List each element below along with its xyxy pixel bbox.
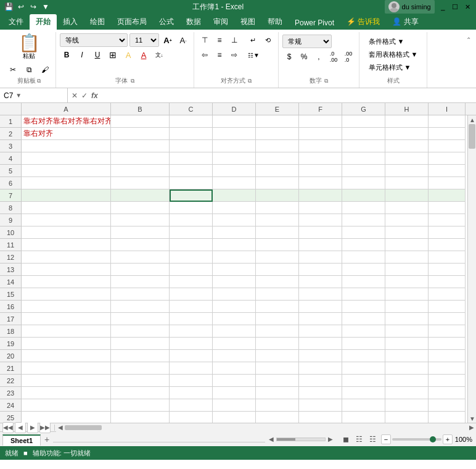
cell-A18[interactable] — [22, 325, 111, 338]
cell-B18[interactable] — [111, 325, 170, 338]
zoom-out-button[interactable]: − — [381, 434, 391, 444]
save-button[interactable]: 💾 — [2, 1, 15, 13]
comma-button[interactable]: , — [312, 50, 326, 64]
tab-home[interactable]: 开始 — [30, 14, 57, 30]
cell-I21[interactable] — [429, 362, 466, 375]
cell-A15[interactable] — [22, 288, 111, 301]
cell-A20[interactable] — [22, 350, 111, 362]
cell-A14[interactable] — [22, 276, 111, 288]
cell-E14[interactable] — [256, 276, 299, 288]
cell-B2[interactable] — [111, 128, 170, 140]
cell-C13[interactable] — [170, 264, 213, 276]
cell-H11[interactable] — [385, 239, 429, 251]
cell-D3[interactable] — [213, 140, 256, 152]
cell-B1[interactable] — [111, 115, 170, 128]
cell-I16[interactable] — [429, 301, 466, 313]
cell-A8[interactable] — [22, 202, 111, 214]
number-dialog-btn[interactable]: ⧉ — [324, 78, 328, 84]
cell-C19[interactable] — [170, 338, 213, 350]
zoom-thumb[interactable] — [430, 436, 436, 442]
align-dialog-btn[interactable]: ⧉ — [248, 78, 252, 84]
cell-E7[interactable] — [256, 189, 299, 202]
cell-G6[interactable] — [342, 177, 385, 189]
col-header-G[interactable]: G — [342, 103, 385, 115]
cell-G4[interactable] — [342, 152, 385, 165]
cell-F3[interactable] — [299, 140, 342, 152]
cell-I6[interactable] — [429, 177, 466, 189]
cell-I19[interactable] — [429, 338, 466, 350]
cell-E16[interactable] — [256, 301, 299, 313]
cell-G16[interactable] — [342, 301, 385, 313]
cell-A3[interactable] — [22, 140, 111, 152]
tab-tell-me[interactable]: ⚡ 告诉我 — [340, 14, 386, 30]
cell-E21[interactable] — [256, 362, 299, 375]
add-sheet-button[interactable]: + — [41, 433, 53, 446]
cell-B23[interactable] — [111, 387, 170, 399]
cell-G14[interactable] — [342, 276, 385, 288]
cell-H17[interactable] — [385, 313, 429, 325]
cell-H6[interactable] — [385, 177, 429, 189]
cell-A23[interactable] — [22, 387, 111, 399]
cell-style-button[interactable]: 单元格样式 ▼ — [365, 62, 422, 73]
cell-E20[interactable] — [256, 350, 299, 362]
cell-H23[interactable] — [385, 387, 429, 399]
cell-D25[interactable] — [213, 412, 256, 423]
paste-button[interactable]: 📋 粘贴 — [16, 33, 43, 62]
cell-D13[interactable] — [213, 264, 256, 276]
row-header-22[interactable]: 22 — [0, 375, 21, 387]
name-box-dropdown[interactable]: ▼ — [15, 92, 22, 99]
cell-H12[interactable] — [385, 251, 429, 264]
cell-B15[interactable] — [111, 288, 170, 301]
cell-G5[interactable] — [342, 165, 385, 177]
cell-G19[interactable] — [342, 338, 385, 350]
cell-E19[interactable] — [256, 338, 299, 350]
text-direction-button[interactable]: ⟲ — [261, 33, 274, 47]
cell-H13[interactable] — [385, 264, 429, 276]
row-header-2[interactable]: 2 — [0, 128, 21, 140]
close-button[interactable]: ✕ — [461, 1, 474, 13]
cell-F5[interactable] — [299, 165, 342, 177]
cell-I14[interactable] — [429, 276, 466, 288]
cell-A24[interactable] — [22, 399, 111, 412]
cell-B6[interactable] — [111, 177, 170, 189]
cell-B8[interactable] — [111, 202, 170, 214]
cell-E6[interactable] — [256, 177, 299, 189]
cell-H22[interactable] — [385, 375, 429, 387]
cell-A21[interactable] — [22, 362, 111, 375]
status-icon[interactable]: ■ — [23, 449, 28, 457]
table-style-button[interactable]: 套用表格格式 ▼ — [365, 49, 422, 60]
cell-I7[interactable] — [429, 189, 466, 202]
cell-G13[interactable] — [342, 264, 385, 276]
cell-D16[interactable] — [213, 301, 256, 313]
cell-I1[interactable] — [429, 115, 466, 128]
cell-F18[interactable] — [299, 325, 342, 338]
cell-C12[interactable] — [170, 251, 213, 264]
row-header-4[interactable]: 4 — [0, 152, 21, 165]
row-header-24[interactable]: 24 — [0, 399, 21, 412]
mid-align-button[interactable]: ≡ — [213, 33, 226, 47]
cell-F23[interactable] — [299, 387, 342, 399]
cell-A9[interactable] — [22, 214, 111, 226]
cell-D2[interactable] — [213, 128, 256, 140]
cell-D24[interactable] — [213, 399, 256, 412]
cell-A19[interactable] — [22, 338, 111, 350]
horizontal-scrollbar[interactable]: ◀ ▶ — [56, 423, 476, 432]
cell-F1[interactable] — [299, 115, 342, 128]
cell-B21[interactable] — [111, 362, 170, 375]
cell-H9[interactable] — [385, 214, 429, 226]
row-header-6[interactable]: 6 — [0, 177, 21, 189]
cell-H10[interactable] — [385, 226, 429, 239]
cell-E15[interactable] — [256, 288, 299, 301]
cell-A2[interactable]: 靠右对齐 — [22, 128, 111, 140]
cell-E10[interactable] — [256, 226, 299, 239]
cell-G23[interactable] — [342, 387, 385, 399]
cell-B7[interactable] — [111, 189, 170, 202]
cell-I18[interactable] — [429, 325, 466, 338]
cell-C10[interactable] — [170, 226, 213, 239]
row-header-10[interactable]: 10 — [0, 226, 21, 239]
cell-H24[interactable] — [385, 399, 429, 412]
shrink-font-button[interactable]: A- — [176, 33, 190, 47]
cell-D6[interactable] — [213, 177, 256, 189]
cell-C22[interactable] — [170, 375, 213, 387]
cell-F15[interactable] — [299, 288, 342, 301]
